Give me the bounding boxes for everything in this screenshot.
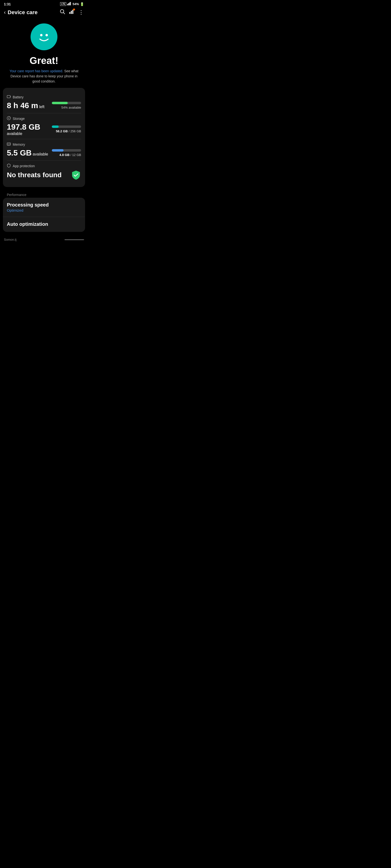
svg-rect-12: [10, 96, 11, 97]
chart-icon[interactable]: [69, 9, 75, 16]
svg-rect-0: [67, 4, 68, 5]
hero-title: Great!: [30, 55, 58, 66]
status-bar: 1:31 LTE 54% 🔋: [0, 0, 88, 7]
performance-card: Processing speed Optimized Auto optimiza…: [3, 198, 85, 232]
status-icons: LTE 54% 🔋: [60, 2, 84, 6]
memory-header: Memory: [7, 142, 81, 147]
storage-detail: 58.2 GB / 256 GB: [56, 129, 81, 133]
top-nav-right: ⋮: [60, 9, 84, 16]
more-options-icon[interactable]: ⋮: [79, 9, 84, 16]
care-report-link[interactable]: Your care report has been updated.: [9, 69, 63, 73]
status-emoji: [31, 24, 57, 50]
svg-rect-7: [71, 11, 72, 14]
top-nav: ‹ Device care ⋮: [0, 7, 88, 19]
memory-used: 4.8 GB: [59, 153, 69, 157]
memory-section[interactable]: Memory 5.5 GB available 4.8 GB / 12 GB: [7, 139, 81, 160]
signal-icon: [67, 2, 72, 6]
search-icon[interactable]: [60, 9, 65, 16]
memory-total: 12 GB: [72, 153, 81, 157]
brand-label: Somon.tj: [4, 238, 17, 241]
storage-separator: /: [69, 129, 71, 133]
svg-rect-6: [69, 12, 71, 14]
memory-progress-bar: [52, 149, 81, 152]
storage-used: 58.2 GB: [56, 129, 68, 133]
battery-unit: left: [39, 105, 45, 109]
memory-label: Memory: [13, 143, 25, 147]
memory-detail: 4.8 GB / 12 GB: [59, 153, 81, 157]
memory-icon: [7, 142, 11, 147]
svg-rect-11: [7, 95, 10, 98]
hero-section: Great! Your care report has been updated…: [0, 19, 88, 88]
performance-section-label: Performance: [3, 191, 85, 198]
main-card: Battery 8 h 46 m left 54% available Stor…: [3, 88, 85, 187]
battery-progress-fill: [52, 102, 68, 104]
notification-dot: [73, 8, 75, 10]
svg-rect-3: [70, 2, 71, 5]
storage-unit: available: [7, 131, 22, 136]
storage-progress-bar: [52, 125, 81, 128]
svg-point-14: [8, 118, 9, 119]
svg-point-10: [46, 34, 48, 36]
memory-content: 5.5 GB available 4.8 GB / 12 GB: [7, 148, 81, 157]
storage-right: 58.2 GB / 256 GB: [52, 125, 81, 133]
battery-label: Battery: [13, 95, 24, 99]
processing-speed-title: Processing speed: [7, 202, 81, 208]
svg-rect-1: [68, 3, 69, 5]
battery-value: 8 h 46 m: [7, 101, 38, 110]
storage-total: 256 GB: [71, 129, 81, 133]
svg-line-5: [63, 12, 65, 14]
battery-status: 54%: [73, 2, 79, 6]
memory-progress-fill: [52, 149, 63, 152]
battery-progress-bar: [52, 102, 81, 104]
app-protection-content: No threats found: [7, 170, 81, 180]
storage-icon: [7, 116, 11, 121]
battery-right: 54% available: [52, 102, 81, 110]
svg-rect-2: [69, 2, 70, 5]
app-protection-label: App protection: [13, 164, 35, 168]
storage-label: Storage: [13, 117, 25, 121]
protection-shield-icon: [71, 170, 81, 180]
battery-content: 8 h 46 m left 54% available: [7, 101, 81, 110]
back-button[interactable]: ‹: [4, 9, 6, 16]
page-title: Device care: [7, 9, 37, 16]
storage-header: Storage: [7, 116, 81, 121]
svg-point-9: [40, 34, 43, 36]
memory-value: 5.5 GB: [7, 148, 31, 157]
processing-speed-row[interactable]: Processing speed Optimized: [3, 198, 85, 217]
top-nav-left: ‹ Device care: [4, 9, 38, 16]
battery-detail: 54% available: [61, 106, 81, 110]
status-time: 1:31: [4, 2, 11, 6]
storage-content: 197.8 GB available 58.2 GB / 256 GB: [7, 123, 81, 136]
storage-section[interactable]: Storage 197.8 GB available 58.2 GB / 256…: [7, 113, 81, 139]
memory-unit: available: [33, 152, 48, 156]
svg-rect-8: [72, 10, 73, 14]
bottom-indicator: [64, 239, 84, 240]
processing-speed-value: Optimized: [7, 208, 81, 212]
auto-optimization-row[interactable]: Auto optimization: [3, 217, 85, 232]
memory-right: 4.8 GB / 12 GB: [52, 149, 81, 157]
storage-value: 197.8 GB: [7, 123, 40, 131]
app-protection-header: App protection: [7, 163, 81, 168]
battery-icon: [7, 95, 11, 100]
battery-icon: 🔋: [80, 2, 84, 6]
shield-icon: [7, 163, 11, 168]
hero-subtitle: Your care report has been updated. See w…: [7, 69, 81, 84]
app-protection-value: No threats found: [7, 171, 62, 179]
battery-section[interactable]: Battery 8 h 46 m left 54% available: [7, 92, 81, 113]
auto-optimization-title: Auto optimization: [7, 221, 81, 227]
battery-header: Battery: [7, 95, 81, 100]
storage-progress-fill: [52, 125, 59, 128]
bottom-bar: Somon.tj: [0, 236, 88, 244]
app-protection-section[interactable]: App protection No threats found: [7, 160, 81, 183]
lte-icon: LTE: [60, 2, 66, 6]
